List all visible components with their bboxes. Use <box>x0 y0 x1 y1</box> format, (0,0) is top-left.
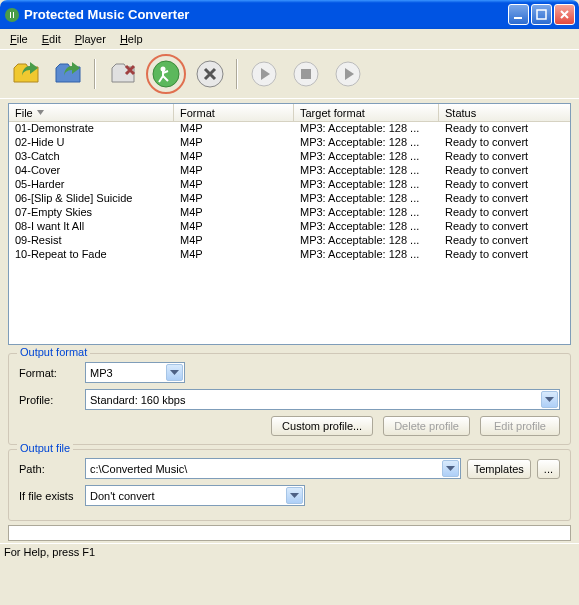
title-bar: Protected Music Converter <box>0 0 579 29</box>
stop-button[interactable] <box>192 56 228 92</box>
column-target[interactable]: Target format <box>294 104 439 121</box>
cell-file: 04-Cover <box>9 164 174 178</box>
svg-rect-7 <box>301 69 311 79</box>
cell-format: M4P <box>174 220 294 234</box>
cell-target: MP3: Acceptable: 128 ... <box>294 192 439 206</box>
cell-format: M4P <box>174 178 294 192</box>
path-dropdown[interactable]: c:\Converted Music\ <box>85 458 461 479</box>
cell-format: M4P <box>174 150 294 164</box>
chevron-down-icon <box>286 487 303 504</box>
if-exists-dropdown[interactable]: Don't convert <box>85 485 305 506</box>
delete-profile-button[interactable]: Delete profile <box>383 416 470 436</box>
output-format-group: Output format Format: MP3 Profile: Stand… <box>8 353 571 445</box>
cell-format: M4P <box>174 206 294 220</box>
toolbar-separator <box>94 59 96 89</box>
chevron-down-icon <box>442 460 459 477</box>
cell-format: M4P <box>174 164 294 178</box>
remove-button[interactable] <box>104 56 140 92</box>
svg-point-3 <box>161 67 166 72</box>
cell-status: Ready to convert <box>439 136 570 150</box>
table-row[interactable]: 09-ResistM4PMP3: Acceptable: 128 ...Read… <box>9 234 570 248</box>
list-header: File Format Target format Status <box>9 104 570 122</box>
output-file-title: Output file <box>17 442 73 454</box>
menu-bar: File Edit Player Help <box>0 29 579 50</box>
format-dropdown[interactable]: MP3 <box>85 362 185 383</box>
format-label: Format: <box>19 367 79 379</box>
cell-target: MP3: Acceptable: 128 ... <box>294 136 439 150</box>
cell-format: M4P <box>174 248 294 262</box>
format-value: MP3 <box>90 367 113 379</box>
table-row[interactable]: 07-Empty SkiesM4PMP3: Acceptable: 128 ..… <box>9 206 570 220</box>
column-file[interactable]: File <box>9 104 174 121</box>
cell-target: MP3: Acceptable: 128 ... <box>294 164 439 178</box>
progress-bar <box>8 525 571 541</box>
cell-status: Ready to convert <box>439 248 570 262</box>
table-row[interactable]: 08-I want It AllM4PMP3: Acceptable: 128 … <box>9 220 570 234</box>
cell-status: Ready to convert <box>439 206 570 220</box>
cell-target: MP3: Acceptable: 128 ... <box>294 248 439 262</box>
cell-file: 02-Hide U <box>9 136 174 150</box>
edit-profile-button[interactable]: Edit profile <box>480 416 560 436</box>
path-label: Path: <box>19 463 79 475</box>
path-value: c:\Converted Music\ <box>90 463 187 475</box>
table-row[interactable]: 02-Hide UM4PMP3: Acceptable: 128 ...Read… <box>9 136 570 150</box>
close-button[interactable] <box>554 4 575 25</box>
cell-target: MP3: Acceptable: 128 ... <box>294 220 439 234</box>
next-button[interactable] <box>330 56 366 92</box>
maximize-button[interactable] <box>531 4 552 25</box>
add-folder-button[interactable] <box>50 56 86 92</box>
minimize-button[interactable] <box>508 4 529 25</box>
table-row[interactable]: 10-Repeat to FadeM4PMP3: Acceptable: 128… <box>9 248 570 262</box>
column-format[interactable]: Format <box>174 104 294 121</box>
table-row[interactable]: 03-CatchM4PMP3: Acceptable: 128 ...Ready… <box>9 150 570 164</box>
cell-format: M4P <box>174 234 294 248</box>
play-button[interactable] <box>246 56 282 92</box>
table-row[interactable]: 05-HarderM4PMP3: Acceptable: 128 ...Read… <box>9 178 570 192</box>
svg-rect-1 <box>537 10 546 19</box>
menu-edit[interactable]: Edit <box>36 31 67 47</box>
output-format-title: Output format <box>17 346 90 358</box>
table-row[interactable]: 04-CoverM4PMP3: Acceptable: 128 ...Ready… <box>9 164 570 178</box>
convert-highlight <box>146 54 186 94</box>
cell-status: Ready to convert <box>439 150 570 164</box>
status-bar: For Help, press F1 <box>0 543 579 560</box>
cell-file: 03-Catch <box>9 150 174 164</box>
cell-status: Ready to convert <box>439 234 570 248</box>
cell-format: M4P <box>174 122 294 136</box>
cell-status: Ready to convert <box>439 122 570 136</box>
toolbar <box>0 50 579 99</box>
convert-button[interactable] <box>150 58 182 90</box>
pause-stop-button[interactable] <box>288 56 324 92</box>
sort-descending-icon <box>37 109 44 116</box>
cell-target: MP3: Acceptable: 128 ... <box>294 206 439 220</box>
output-file-group: Output file Path: c:\Converted Music\ Te… <box>8 449 571 521</box>
status-text: For Help, press F1 <box>4 546 95 558</box>
cell-file: 01-Demonstrate <box>9 122 174 136</box>
templates-button[interactable]: Templates <box>467 459 531 479</box>
custom-profile-button[interactable]: Custom profile... <box>271 416 373 436</box>
table-row[interactable]: 01-DemonstrateM4PMP3: Acceptable: 128 ..… <box>9 122 570 136</box>
browse-button[interactable]: ... <box>537 459 560 479</box>
chevron-down-icon <box>541 391 558 408</box>
menu-file[interactable]: File <box>4 31 34 47</box>
column-status[interactable]: Status <box>439 104 570 121</box>
cell-status: Ready to convert <box>439 220 570 234</box>
add-files-button[interactable] <box>8 56 44 92</box>
profile-dropdown[interactable]: Standard: 160 kbps <box>85 389 560 410</box>
chevron-down-icon <box>166 364 183 381</box>
menu-player[interactable]: Player <box>69 31 112 47</box>
table-row[interactable]: 06-[Slip & Slide] SuicideM4PMP3: Accepta… <box>9 192 570 206</box>
cell-status: Ready to convert <box>439 164 570 178</box>
menu-help[interactable]: Help <box>114 31 149 47</box>
if-exists-value: Don't convert <box>90 490 154 502</box>
window-title: Protected Music Converter <box>24 7 508 22</box>
cell-file: 06-[Slip & Slide] Suicide <box>9 192 174 206</box>
cell-file: 09-Resist <box>9 234 174 248</box>
if-exists-label: If file exists <box>19 490 79 502</box>
svg-point-2 <box>153 61 179 87</box>
cell-format: M4P <box>174 192 294 206</box>
cell-file: 08-I want It All <box>9 220 174 234</box>
svg-rect-0 <box>514 17 522 19</box>
cell-status: Ready to convert <box>439 178 570 192</box>
file-list[interactable]: File Format Target format Status 01-Demo… <box>8 103 571 345</box>
